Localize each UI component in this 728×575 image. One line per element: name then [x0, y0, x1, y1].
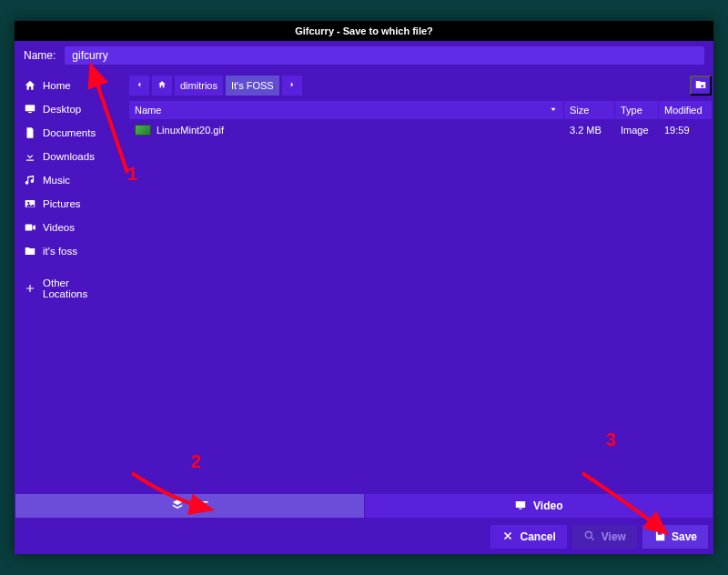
sidebar-item-label: Pictures	[43, 198, 81, 209]
path-segment-label: dimitrios	[180, 80, 217, 91]
format-gif-button[interactable]: GIF	[15, 494, 365, 518]
column-label: Modified	[664, 105, 703, 116]
layers-icon	[171, 499, 184, 514]
action-bar: Cancel View Save	[15, 518, 713, 554]
documents-icon	[24, 126, 36, 139]
format-label: Video	[533, 499, 562, 512]
cell-name: LinuxMint20.gif	[129, 125, 564, 136]
sidebar-item-pictures[interactable]: Pictures	[15, 192, 120, 216]
view-button[interactable]: View	[572, 525, 637, 549]
name-label: Name:	[24, 49, 56, 62]
path-home-button[interactable]	[152, 76, 172, 96]
table-row[interactable]: LinuxMint20.gif 3.2 MB Image 19:59	[129, 119, 712, 141]
places-sidebar: Home Desktop Documents Downloads Music P…	[15, 70, 120, 494]
save-icon	[653, 530, 666, 545]
path-back-button[interactable]	[129, 76, 149, 96]
sidebar-item-videos[interactable]: Videos	[15, 216, 120, 239]
column-label: Size	[570, 105, 589, 116]
sidebar-item-other-locations[interactable]: Other Locations	[15, 272, 120, 305]
sidebar-item-label: Documents	[43, 127, 96, 138]
home-icon	[24, 79, 36, 92]
sidebar-item-label: it's foss	[43, 246, 77, 257]
format-video-button[interactable]: Video	[365, 494, 713, 518]
filename-input[interactable]	[65, 46, 704, 65]
new-folder-icon	[694, 78, 707, 94]
svg-point-7	[585, 531, 592, 538]
path-bar: dimitrios It's FOSS	[120, 70, 712, 101]
filename-row: Name:	[15, 41, 713, 70]
svg-rect-6	[519, 508, 522, 509]
file-table-header: Name Size Type Modified	[129, 101, 712, 119]
close-icon	[501, 530, 514, 545]
svg-rect-5	[516, 500, 526, 507]
sidebar-item-label: Music	[43, 175, 70, 186]
sidebar-item-label: Downloads	[43, 151, 95, 162]
file-name: LinuxMint20.gif	[157, 125, 224, 136]
sidebar-item-documents[interactable]: Documents	[15, 121, 120, 145]
column-modified[interactable]: Modified	[659, 101, 712, 119]
desktop-icon	[24, 103, 36, 116]
sidebar-item-downloads[interactable]: Downloads	[15, 145, 120, 168]
sidebar-item-music[interactable]: Music	[15, 168, 120, 192]
music-icon	[24, 174, 36, 187]
column-size[interactable]: Size	[564, 101, 615, 119]
main-area: Home Desktop Documents Downloads Music P…	[15, 70, 713, 494]
chevron-right-icon	[288, 80, 297, 91]
column-type[interactable]: Type	[615, 101, 659, 119]
sidebar-item-label: Home	[43, 80, 71, 91]
file-browser: dimitrios It's FOSS Name Size Type Modif…	[120, 70, 713, 494]
sidebar-item-desktop[interactable]: Desktop	[15, 97, 120, 121]
path-segment-label: It's FOSS	[231, 80, 274, 91]
cell-modified: 19:59	[659, 125, 712, 136]
column-label: Type	[621, 105, 642, 116]
video-icon	[514, 499, 527, 514]
svg-point-3	[27, 202, 29, 204]
button-label: Save	[672, 530, 697, 543]
cancel-button[interactable]: Cancel	[490, 525, 566, 549]
column-label: Name	[135, 105, 161, 116]
sidebar-item-home[interactable]: Home	[15, 74, 120, 97]
button-label: Cancel	[520, 530, 555, 543]
svg-rect-0	[25, 105, 35, 111]
search-icon	[583, 530, 596, 545]
svg-rect-1	[28, 112, 32, 113]
window-title: Gifcurry - Save to which file?	[15, 21, 713, 41]
svg-rect-4	[25, 225, 33, 231]
sidebar-item-label: Other Locations	[43, 277, 111, 299]
path-forward-button[interactable]	[282, 76, 302, 96]
column-name[interactable]: Name	[129, 101, 564, 119]
sidebar-item-label: Desktop	[43, 104, 81, 115]
chevron-left-icon	[135, 80, 144, 91]
sidebar-item-label: Videos	[43, 222, 75, 233]
file-thumb-icon	[135, 125, 151, 136]
home-icon	[157, 80, 167, 91]
format-label: GIF	[190, 499, 208, 512]
format-toggle: GIF Video	[15, 494, 713, 518]
sort-desc-icon	[549, 105, 558, 116]
plus-icon	[24, 282, 36, 295]
path-segment-itsfoss[interactable]: It's FOSS	[226, 76, 279, 96]
folder-icon	[24, 245, 36, 257]
save-dialog: Gifcurry - Save to which file? Name: Hom…	[15, 21, 713, 554]
videos-icon	[24, 221, 36, 234]
cell-size: 3.2 MB	[564, 125, 615, 136]
save-button[interactable]: Save	[642, 525, 708, 549]
path-segment-dimitrios[interactable]: dimitrios	[175, 76, 223, 96]
cell-type: Image	[615, 125, 659, 136]
button-label: View	[602, 530, 626, 543]
file-table-body: LinuxMint20.gif 3.2 MB Image 19:59	[129, 119, 712, 141]
pictures-icon	[24, 197, 36, 210]
create-folder-button[interactable]	[690, 76, 712, 96]
downloads-icon	[24, 150, 36, 163]
sidebar-item-itsfoss[interactable]: it's foss	[15, 239, 120, 263]
